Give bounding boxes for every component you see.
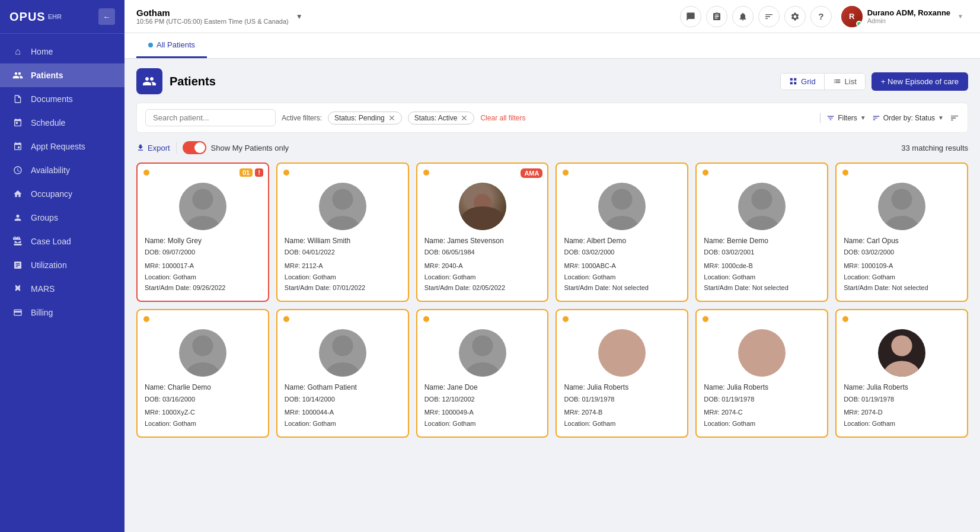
sidebar-item-documents[interactable]: Documents [0,87,125,111]
patient-card-5[interactable]: Name: Bernie Demo DOB: 03/02/2001 MR#: 1… [695,163,828,302]
sort-icon[interactable] [950,113,959,123]
sidebar-item-mars[interactable]: MARS [0,277,125,301]
card-status-dot [143,170,149,176]
svg-point-4 [612,189,633,209]
patient-card-8[interactable]: Name: Gotham Patient DOB: 10/14/2000 MR#… [276,309,409,437]
patient-card-2[interactable]: Name: William Smith DOB: 04/01/2022 MR#:… [276,163,409,302]
patient-card-1[interactable]: 01! Name: Molly Grey DOB: 09/07/2000 MR#… [136,163,269,302]
patient-grid-wrapper: 01! Name: Molly Grey DOB: 09/07/2000 MR#… [136,163,968,438]
show-my-patients-toggle[interactable] [183,141,206,154]
sidebar-item-appt-requests[interactable]: Appt Requests [0,135,125,158]
groups-icon [12,212,24,224]
clear-filters-button[interactable]: Clear all filters [480,114,525,122]
header-icons-group: ? R Durano ADM, Roxanne Admin ▼ [680,4,968,30]
filter-chip-pending: Status: Pending ✕ [328,112,402,125]
card-location: Location: Gotham [844,272,960,283]
card-name: Name: William Smith [285,235,401,247]
card-mr: MR#: 1000XyZ-C [145,407,261,418]
card-location: Location: Gotham [285,272,401,283]
user-info-area[interactable]: R Durano ADM, Roxanne Admin ▼ [837,4,968,30]
card-info: Name: James Stevenson DOB: 06/05/1984 MR… [424,235,541,294]
sidebar-item-documents-label: Documents [31,94,73,104]
sidebar-item-mars-label: MARS [31,284,55,294]
sidebar-item-occupancy[interactable]: Occupancy [0,182,125,206]
export-button[interactable]: Export [136,144,170,152]
card-location: Location: Gotham [424,418,541,429]
card-name: Name: Bernie Demo [704,235,820,247]
show-my-patients-label: Show My Patients only [211,144,289,152]
user-role-label: Admin [867,17,950,24]
settings-button[interactable] [784,6,806,27]
grid-view-button[interactable]: Grid [781,74,824,90]
sidebar-item-schedule[interactable]: Schedule [0,111,125,135]
tab-dot-icon [148,43,153,47]
card-avatar [424,329,541,377]
user-full-name: Durano ADM, Roxanne [867,8,950,17]
patient-card-6[interactable]: Name: Carl Opus DOB: 03/02/2000 MR#: 100… [835,163,968,302]
card-name: Name: Albert Demo [564,235,680,247]
svg-point-1 [186,216,219,230]
filter-bar: Active filters: Status: Pending ✕ Status… [136,103,968,133]
patient-card-9[interactable]: Name: Jane Doe DOB: 12/10/2002 MR#: 1000… [416,309,549,437]
filter-pending-close[interactable]: ✕ [388,114,395,122]
sidebar-item-case-load[interactable]: Case Load [0,230,125,253]
back-button[interactable]: ← [98,8,115,25]
filter-active-close[interactable]: ✕ [461,114,468,122]
location-info: Gotham 10:56 PM (UTC-05:00) Eastern Time… [136,8,289,25]
help-button[interactable]: ? [810,6,832,27]
card-start-date: Start/Adm Date: Not selected [564,282,680,294]
sidebar-item-schedule-label: Schedule [31,118,65,128]
patient-card-10[interactable]: Name: Julia Roberts DOB: 01/19/1978 MR#:… [556,309,688,437]
sidebar-item-groups[interactable]: Groups [0,206,125,230]
card-dob: DOB: 01/19/1978 [704,394,820,405]
card-location: Location: Gotham [285,418,401,429]
patient-card-12[interactable]: Name: Julia Roberts DOB: 01/19/1978 MR#:… [835,309,968,437]
card-avatar [564,329,680,377]
notification-button[interactable] [732,6,754,27]
documents-icon [12,93,24,105]
patient-card-3[interactable]: AMA Name: James Stevenson DOB: 06/05/198… [416,163,549,302]
notes-button[interactable] [758,6,780,27]
card-info: Name: Molly Grey DOB: 09/07/2000 MR#: 10… [145,235,261,294]
patient-card-4[interactable]: Name: Albert Demo DOB: 03/02/2000 MR#: 1… [556,163,688,302]
card-start-date: Start/Adm Date: 02/05/2022 [424,282,541,294]
new-episode-button[interactable]: + New Episode of care [872,72,968,91]
badge-01: 01 [240,168,253,177]
svg-point-13 [326,362,359,377]
tab-all-patients-label: All Patients [157,40,195,49]
card-status-dot [703,170,708,176]
sidebar: OPUS EHR ← ⌂ Home Patients Documents Sch… [0,0,125,532]
tab-all-patients[interactable]: All Patients [136,33,207,58]
sidebar-item-patients-label: Patients [31,71,63,80]
sidebar-item-billing[interactable]: Billing [0,301,125,324]
card-name: Name: Carl Opus [844,235,960,247]
clipboard-button[interactable] [706,6,727,27]
location-dropdown-icon[interactable]: ▼ [296,12,303,21]
card-location: Location: Gotham [704,272,820,283]
order-by-button[interactable]: Order by: Status ▼ [872,114,944,122]
patient-card-7[interactable]: Name: Charlie Demo DOB: 03/16/2000 MR#: … [136,309,269,437]
patients-icon-box [136,68,162,94]
sidebar-item-home-label: Home [31,47,53,56]
filter-right-controls: Filters ▼ Order by: Status ▼ [826,113,959,123]
sidebar-item-availability[interactable]: Availability [0,158,125,182]
filters-button[interactable]: Filters ▼ [826,114,866,122]
sidebar-item-utilization[interactable]: Utilization [0,253,125,277]
badge-ama: AMA [521,168,542,178]
card-name: Name: Julia Roberts [844,381,960,393]
utilization-icon [12,259,24,271]
sidebar-item-home[interactable]: ⌂ Home [0,40,125,63]
sidebar-item-occupancy-label: Occupancy [31,189,72,199]
svg-point-12 [332,336,353,356]
svg-point-2 [332,189,353,209]
search-input[interactable] [145,109,276,126]
patient-card-11[interactable]: Name: Julia Roberts DOB: 01/19/1978 MR#:… [695,309,828,437]
card-dob: DOB: 03/02/2001 [704,247,820,258]
svg-point-6 [752,189,772,209]
card-avatar [285,329,401,377]
sidebar-item-patients[interactable]: Patients [0,63,125,87]
card-avatar [285,183,401,230]
list-view-button[interactable]: List [825,74,865,90]
chat-button[interactable] [680,6,701,27]
card-dob: DOB: 12/10/2002 [424,394,541,405]
